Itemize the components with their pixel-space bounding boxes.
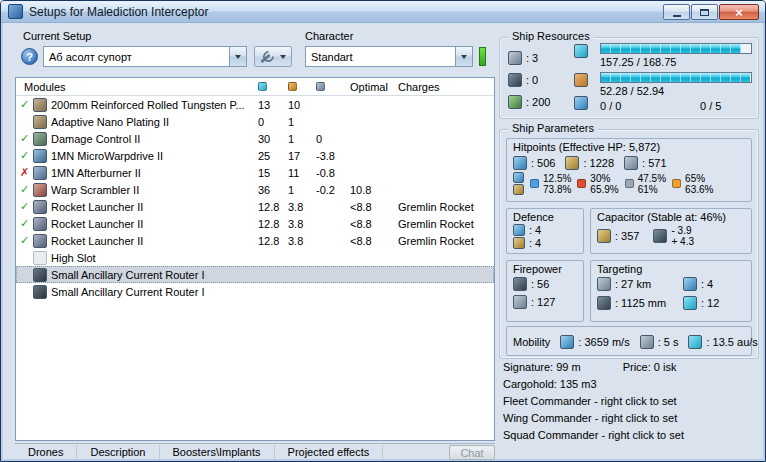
module-pg: 1	[288, 116, 316, 128]
targeting-range: : 27 km	[597, 277, 683, 291]
tab-boosters-implants[interactable]: Boosters\Implants	[160, 445, 275, 460]
chat-button[interactable]: Chat	[449, 445, 495, 460]
armor-hp: : 1228	[565, 156, 614, 170]
module-cpu: 36	[258, 184, 288, 196]
module-name: Rocket Launcher II	[51, 218, 258, 230]
defence-box: Defence : 4 : 4	[506, 208, 584, 254]
tab-projected-effects[interactable]: Projected effects	[275, 445, 384, 460]
cpu-usage-text: 157.25 / 168.75	[600, 56, 676, 68]
character-select[interactable]: Standart	[305, 46, 473, 67]
max-targets-icon	[683, 277, 697, 291]
module-name: 200mm Reinforced Rolled Tungsten P...	[51, 99, 258, 111]
module-row[interactable]: Rocket Launcher II 12.8 3.8 <8.8 Gremlin…	[16, 198, 494, 215]
ship-parameters-panel: Ship Parameters Hitpoints (Effective HP:…	[499, 129, 759, 359]
module-pg: 11	[288, 167, 316, 179]
module-icon	[33, 285, 47, 299]
current-setup-dropdown-arrow[interactable]	[229, 47, 246, 66]
module-status-icon	[16, 131, 33, 146]
squad-commander[interactable]: Squad Commander - right click to set	[503, 429, 684, 441]
module-row[interactable]: 1MN MicroWarpdrive II 25 17 -3.8	[16, 147, 494, 164]
module-charges: Gremlin Rocket	[398, 218, 494, 230]
current-setup-select[interactable]: Аб асолт супорт	[43, 46, 247, 67]
module-name: 1MN Afterburner II	[51, 167, 258, 179]
module-name: Small Ancillary Current Router I	[51, 269, 258, 281]
maximize-button[interactable]	[691, 4, 718, 20]
module-row[interactable]: Small Ancillary Current Router I	[16, 283, 494, 300]
module-row[interactable]: Rocket Launcher II 12.8 3.8 <8.8 Gremlin…	[16, 232, 494, 249]
kinetic-resists: 47.5%61%	[625, 173, 666, 195]
module-pg: 1	[288, 133, 316, 145]
modules-list: Modules Optimal Charges 200mm Reinforced…	[15, 77, 495, 441]
capacitor-column-icon	[316, 82, 325, 91]
max-velocity: : 3659 m/s	[560, 335, 629, 349]
thermal-resists: 30%65.9%	[577, 173, 618, 195]
module-row[interactable]: Rocket Launcher II 12.8 3.8 <8.8 Gremlin…	[16, 215, 494, 232]
calibration-icon	[508, 95, 522, 109]
shield-hp: : 506	[513, 156, 555, 170]
rig-slots-text: 0 / 5	[700, 100, 721, 112]
module-cpu: 12.8	[258, 218, 288, 230]
chevron-down-icon	[235, 55, 241, 59]
targeting-range-icon	[597, 277, 611, 291]
module-cpu: 12.8	[258, 201, 288, 213]
firepower-box: Firepower : 56 : 127	[506, 260, 584, 322]
charges-column-header: Charges	[398, 81, 494, 93]
ship-resources-title: Ship Resources	[508, 30, 594, 42]
setup-tools-button[interactable]	[254, 46, 292, 67]
module-row[interactable]: 200mm Reinforced Rolled Tungsten P... 13…	[16, 96, 494, 113]
current-setup-label: Current Setup	[23, 30, 91, 42]
shield-defence: : 4	[513, 224, 583, 236]
armor-resist-row-icon	[513, 184, 524, 195]
powergrid-icon	[574, 73, 588, 87]
titlebar: Setups for Malediction Interceptor	[1, 1, 765, 23]
module-row[interactable]: Damage Control II 30 1 0	[16, 130, 494, 147]
sensor-strength-icon	[683, 296, 697, 310]
wing-commander[interactable]: Wing Commander - right click to set	[503, 412, 677, 424]
module-row[interactable]: Adaptive Nano Plating II 0 1	[16, 113, 494, 130]
module-pg: 3.8	[288, 201, 316, 213]
shield-resist-row-icon	[513, 172, 524, 183]
max-velocity-icon	[560, 335, 574, 349]
module-icon	[33, 183, 47, 197]
module-cpu: 15	[258, 167, 288, 179]
hitpoints-title: Hitpoints (Effective HP: 5,872)	[507, 139, 751, 154]
module-icon	[33, 149, 47, 163]
tab-description[interactable]: Description	[77, 445, 159, 460]
module-name: Adaptive Nano Plating II	[51, 116, 258, 128]
character-dropdown-arrow[interactable]	[455, 47, 472, 66]
module-icon	[33, 166, 47, 180]
module-cap: 0	[316, 133, 350, 145]
module-row[interactable]: Warp Scrambler II 36 1 -0.2 10.8	[16, 181, 494, 198]
fleet-commander[interactable]: Fleet Commander - right click to set	[503, 395, 677, 407]
help-icon[interactable]	[21, 48, 38, 65]
module-row[interactable]: High Slot	[16, 249, 494, 266]
tab-drones[interactable]: Drones	[15, 445, 77, 460]
modules-header: Modules Optimal Charges	[16, 78, 494, 96]
client-area: Current Setup Аб асолт супорт Character …	[3, 23, 763, 459]
drone-icon	[574, 96, 588, 110]
cpu-bar	[600, 43, 752, 54]
module-status-icon	[16, 216, 33, 231]
wrench-icon	[260, 50, 274, 64]
launcher-hardpoints: : 0	[508, 73, 538, 87]
explosive-resists: 65%63.6%	[672, 173, 713, 195]
dps-icon	[513, 295, 527, 309]
ship-parameters-title: Ship Parameters	[508, 122, 598, 134]
module-row[interactable]: 1MN Afterburner II 15 11 -0.8	[16, 164, 494, 181]
module-icon	[33, 200, 47, 214]
resists-row: 12.5%73.8% 30%65.9% 47.5%61% 65%63.6%	[507, 170, 751, 195]
module-row[interactable]: Small Ancillary Current Router I	[16, 266, 494, 283]
scan-resolution: : 1125 mm	[597, 296, 683, 310]
window-title: Setups for Malediction Interceptor	[29, 5, 208, 19]
module-status-icon	[16, 182, 33, 197]
chevron-down-icon	[461, 55, 467, 59]
close-button[interactable]	[719, 4, 759, 20]
align-time: : 5 s	[640, 335, 679, 349]
character-status-indicator	[479, 47, 486, 66]
launcher-hardpoints-icon	[508, 73, 522, 87]
capacitor-capacity: : 357	[597, 229, 639, 243]
powergrid-column-icon	[288, 82, 297, 91]
minimize-button[interactable]	[663, 4, 690, 20]
structure-hp: : 571	[624, 156, 666, 170]
hitpoints-box: Hitpoints (Effective HP: 5,872) : 506 : …	[506, 138, 752, 202]
